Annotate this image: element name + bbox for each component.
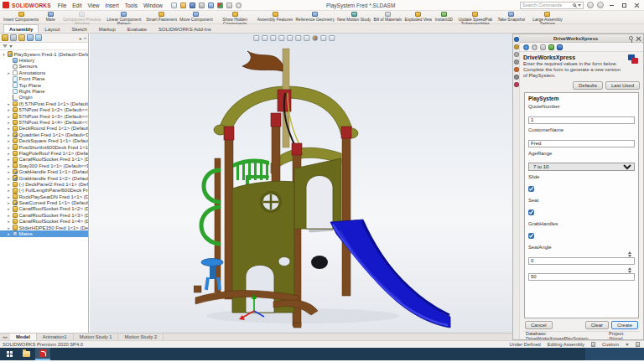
- forward-icon[interactable]: [532, 44, 538, 50]
- file-explorer-taskbar-icon[interactable]: [18, 348, 34, 360]
- tree-expand-icon[interactable]: ▸: [7, 200, 11, 205]
- displaymanager-tab-icon[interactable]: [35, 34, 42, 41]
- menu-item[interactable]: Tools: [125, 3, 138, 8]
- tree-item[interactable]: ▸ CanafRoofSocket Fred 1<1> (Defa: [0, 157, 88, 163]
- tree-expand-icon[interactable]: ▸: [7, 213, 11, 218]
- tree-item[interactable]: ▾ PlaySystem Fred-1 (Default<Default_: [0, 51, 88, 57]
- pin-icon[interactable]: [629, 36, 633, 40]
- smart-fasteners-button[interactable]: Smart Fasteners: [146, 12, 177, 24]
- instant3d-button[interactable]: Instant3D: [434, 12, 453, 24]
- edit-appearance-icon[interactable]: [312, 35, 318, 41]
- menu-item[interactable]: Edit: [72, 3, 81, 8]
- slide-support[interactable]: [311, 256, 328, 269]
- ribbon-tab[interactable]: Markup: [93, 24, 122, 33]
- rebuild-icon[interactable]: [217, 3, 223, 8]
- search-input[interactable]: Search Commands: [520, 2, 584, 9]
- view-palette-icon[interactable]: [514, 59, 519, 65]
- tree-expand-icon[interactable]: ▸: [7, 225, 11, 230]
- hide-show-items-icon[interactable]: [304, 35, 309, 41]
- tree-item[interactable]: Top Plane: [0, 82, 88, 88]
- apply-scene-icon[interactable]: [320, 35, 326, 41]
- tree-expand-icon[interactable]: ▸: [7, 107, 11, 112]
- tree-item[interactable]: History: [0, 57, 88, 63]
- tab-scroll-arrows[interactable]: ◂▸: [0, 334, 10, 340]
- menu-item[interactable]: View: [87, 3, 99, 8]
- tree-expand-icon[interactable]: ▸: [7, 182, 11, 187]
- status-tag-icon[interactable]: [636, 342, 640, 347]
- options-gear-icon[interactable]: [236, 3, 242, 8]
- minimize-button[interactable]: [607, 1, 616, 9]
- component-preview-window-button[interactable]: Component Preview Window: [62, 12, 101, 24]
- zoom-to-fit-icon[interactable]: [253, 35, 259, 41]
- tree-expand-icon[interactable]: ▸: [7, 151, 11, 156]
- tree-item[interactable]: ▸ CanafRoofSocket Fred 1<4> (Defa: [0, 219, 88, 225]
- new-file-icon[interactable]: [171, 3, 177, 8]
- user-account-icon[interactable]: [597, 2, 604, 8]
- custom-properties-icon[interactable]: [514, 75, 519, 80]
- tab-overflow-icon[interactable]: ▸: [80, 35, 82, 41]
- spinner-arrows-icon[interactable]: [628, 251, 634, 257]
- ribbon-tab[interactable]: Assembly: [3, 24, 39, 33]
- right-panel[interactable]: [294, 158, 341, 229]
- tree-item[interactable]: ▸ PostShortInt600Deck Fred 1<1> (: [0, 144, 88, 150]
- solidworks-taskbar-icon[interactable]: [35, 348, 50, 360]
- bill-of-materials-button[interactable]: Bill of Materials: [373, 12, 402, 24]
- back-icon[interactable]: [523, 44, 529, 50]
- extend-slide-field[interactable]: [528, 273, 635, 281]
- extend-slide-stepper[interactable]: [528, 266, 635, 274]
- tree-item[interactable]: ▸ GrabHandle Fred 1<1> (Default<: [0, 168, 88, 174]
- tree-item[interactable]: ▸ 57NPost Fred 1<3> (Default<<De: [0, 113, 88, 119]
- grab-handles-checkbox[interactable]: [528, 233, 534, 239]
- tree-item[interactable]: ▸ 57NPost Fred 1<2> (Default<<De: [0, 107, 88, 113]
- help-icon[interactable]: [587, 2, 594, 8]
- model-tab[interactable]: Animation1: [37, 334, 74, 340]
- view-orientation-icon[interactable]: [287, 35, 293, 41]
- save-icon[interactable]: [190, 3, 195, 8]
- show-hidden-components-button[interactable]: Show Hidden Components: [216, 12, 255, 24]
- configurationmanager-tab-icon[interactable]: [18, 34, 25, 41]
- tree-item[interactable]: ▸ FlagPoleRoof Fred 1<1> (Default: [0, 150, 88, 156]
- exploded-view-button[interactable]: Exploded View: [404, 12, 432, 24]
- mate-button[interactable]: Mate: [41, 12, 60, 24]
- dimxpertmanager-tab-icon[interactable]: [27, 34, 34, 41]
- appearances-icon[interactable]: [514, 67, 519, 72]
- system-tray[interactable]: [585, 348, 644, 360]
- insert-components-button[interactable]: Insert Components: [3, 12, 39, 24]
- tree-expand-icon[interactable]: ▸: [7, 145, 11, 150]
- status-custom-caret-icon[interactable]: [626, 344, 629, 346]
- tree-item[interactable]: ▸ (-) DeckPanel2 Fred 1<1> (Default: [0, 181, 88, 187]
- tree-expand-icon[interactable]: ▸: [7, 157, 11, 162]
- stop-icon[interactable]: [540, 44, 546, 50]
- undo-icon[interactable]: [208, 3, 214, 8]
- open-file-icon[interactable]: [180, 3, 186, 8]
- menu-item[interactable]: Insert: [105, 3, 118, 8]
- tree-expand-icon[interactable]: ▸: [7, 126, 11, 131]
- model-tab[interactable]: Motion Study 2: [118, 334, 164, 340]
- tree-expand-icon[interactable]: ▸: [7, 120, 11, 125]
- propertymanager-tab-icon[interactable]: [10, 34, 17, 41]
- tree-item[interactable]: ▸ RockPlaySeatDN Fred 1<1> (De: [0, 194, 88, 199]
- tree-expand-icon[interactable]: ▸: [7, 114, 11, 119]
- quote-number-field[interactable]: [528, 116, 635, 124]
- 3d-model-playsystem[interactable]: [194, 46, 470, 331]
- tree-item[interactable]: ▸ Stay300 Fred 1<1> (Default<<De: [0, 163, 88, 168]
- tree-item[interactable]: ▸ SliderHDPE150 Fred 1<1> (Defaul: [0, 225, 88, 230]
- display-style-icon[interactable]: [295, 35, 301, 41]
- model-tab[interactable]: Model: [10, 334, 37, 340]
- tree-expand-icon[interactable]: ▸: [7, 188, 11, 193]
- tree-item[interactable]: Right Plane: [0, 88, 88, 94]
- view-settings-icon[interactable]: [329, 35, 335, 41]
- seat-checkbox[interactable]: [528, 209, 534, 215]
- filter-caret-icon[interactable]: [9, 45, 13, 48]
- take-snapshot-button[interactable]: Take Snapshot: [497, 12, 525, 24]
- menu-item[interactable]: Window: [143, 3, 163, 8]
- tree-item[interactable]: ▸ 57NPost Fred 1<4> (Default<<De: [0, 119, 88, 125]
- search-caret-icon[interactable]: [578, 4, 581, 7]
- tree-expand-icon[interactable]: ▾: [2, 52, 6, 57]
- tree-item[interactable]: Front Plane: [0, 76, 88, 82]
- section-view-icon[interactable]: [278, 35, 284, 41]
- reference-geometry-button[interactable]: Reference Geometry: [295, 12, 334, 24]
- tree-item[interactable]: ▸ (f) 57NPost Fred 1<1> (Default<<: [0, 101, 88, 106]
- file-explorer-icon[interactable]: [514, 52, 519, 57]
- filter-icon[interactable]: [3, 44, 8, 48]
